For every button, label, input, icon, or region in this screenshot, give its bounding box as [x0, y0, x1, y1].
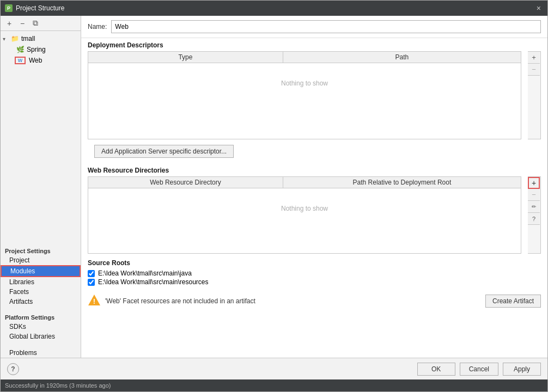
dd-side-buttons: + − — [528, 51, 541, 139]
spring-icon: 🌿 — [16, 45, 25, 54]
add-descriptor-button[interactable]: Add Application Server specific descript… — [94, 145, 234, 158]
wrd-table: Web Resource Directory Path Relative to … — [88, 177, 521, 229]
web-resource-directories-wrapper: Web Resource Directory Path Relative to … — [81, 176, 547, 254]
sidebar-item-sdks[interactable]: SDKs — [1, 322, 81, 332]
content-area: Name: Deployment Descriptors Type Path — [81, 16, 547, 358]
source-root-checkbox-1[interactable] — [88, 279, 95, 286]
sidebar-item-problems[interactable]: Problems — [1, 348, 81, 358]
name-input[interactable] — [111, 20, 541, 33]
warning-icon: ! — [88, 294, 101, 308]
tree-label-web: Web — [29, 57, 42, 64]
wrd-remove-button[interactable]: − — [528, 189, 540, 201]
sidebar-toolbar: + − ⧉ — [1, 16, 81, 31]
sidebar: + − ⧉ ▾ 📁 tmall 🌿 Spring W — [1, 16, 81, 358]
sidebar-item-facets[interactable]: Facets — [1, 287, 81, 297]
wrd-table-area: Web Resource Directory Path Relative to … — [81, 176, 528, 254]
source-root-item-1: E:\Idea Work\tmall\src\main\resources — [88, 278, 541, 286]
deployment-descriptors-table: Type Path Nothing to show — [88, 52, 521, 103]
ok-button[interactable]: OK — [417, 363, 455, 376]
source-root-path-0: E:\Idea Work\tmall\src\main\java — [98, 270, 192, 277]
dd-empty-text: Nothing to show — [88, 63, 521, 104]
source-roots-section: Source Roots E:\Idea Work\tmall\src\main… — [81, 254, 547, 289]
warning-row: ! 'Web' Facet resources are not included… — [81, 291, 547, 311]
source-root-item-0: E:\Idea Work\tmall\src\main\java — [88, 269, 541, 278]
name-row: Name: — [81, 16, 547, 38]
dd-remove-button[interactable]: − — [528, 64, 540, 76]
apply-button[interactable]: Apply — [503, 363, 541, 376]
remove-button[interactable]: − — [17, 18, 28, 29]
platform-settings-header: Platform Settings — [1, 311, 81, 322]
dialog-title: Project Structure — [16, 4, 534, 12]
web-resource-directories-label: Web Resource Directories — [81, 163, 547, 176]
wrd-empty-text: Nothing to show — [88, 188, 521, 229]
dd-col-type: Type — [88, 52, 283, 63]
add-button[interactable]: + — [4, 18, 15, 29]
sidebar-item-libraries[interactable]: Libraries — [1, 277, 81, 287]
add-descriptor-wrapper: Add Application Server specific descript… — [81, 139, 547, 163]
wrd-col2: Path Relative to Deployment Root — [283, 177, 521, 188]
cancel-button[interactable]: Cancel — [460, 363, 498, 376]
tree-item-spring[interactable]: 🌿 Spring — [1, 44, 81, 55]
web-icon: W — [16, 56, 25, 65]
sidebar-item-global-libraries[interactable]: Global Libraries — [1, 332, 81, 341]
wrd-edit-button[interactable]: ✏ — [528, 201, 540, 213]
dd-add-button[interactable]: + — [528, 52, 540, 64]
wrd-help-button[interactable]: ? — [528, 213, 540, 225]
status-text: Successfully in 1920ms (3 minutes ago) — [5, 382, 111, 389]
deployment-descriptors-table-area: Type Path Nothing to show — [81, 51, 528, 139]
main-content: + − ⧉ ▾ 📁 tmall 🌿 Spring W — [1, 16, 547, 358]
wrd-side-buttons: + − ✏ ? — [528, 176, 541, 254]
copy-button[interactable]: ⧉ — [30, 18, 41, 29]
project-structure-dialog: P Project Structure × + − ⧉ ▾ 📁 tmall 🌿 — [0, 0, 548, 392]
source-root-checkbox-0[interactable] — [88, 270, 95, 277]
tree-label-tmall: tmall — [21, 35, 35, 42]
sidebar-item-project[interactable]: Project — [1, 255, 81, 265]
footer: ? OK Cancel Apply — [1, 358, 547, 379]
wrd-container: Web Resource Directory Path Relative to … — [88, 176, 521, 254]
tree-label-spring: Spring — [27, 46, 46, 53]
footer-right: OK Cancel Apply — [417, 363, 541, 376]
deployment-descriptors-label: Deployment Descriptors — [81, 38, 547, 51]
tree-item-tmall[interactable]: ▾ 📁 tmall — [1, 33, 81, 44]
app-icon: P — [5, 4, 13, 12]
wrd-col1: Web Resource Directory — [88, 177, 283, 188]
title-bar: P Project Structure × — [1, 1, 547, 16]
wrd-add-button[interactable]: + — [528, 177, 540, 189]
status-bar: Successfully in 1920ms (3 minutes ago) — [1, 379, 547, 391]
tree-area: ▾ 📁 tmall 🌿 Spring W Web — [1, 31, 81, 244]
name-label: Name: — [88, 23, 107, 30]
tree-arrow: ▾ — [3, 36, 10, 42]
sidebar-item-artifacts[interactable]: Artifacts — [1, 297, 81, 307]
close-button[interactable]: × — [534, 4, 543, 13]
svg-text:!: ! — [93, 297, 95, 305]
source-root-path-1: E:\Idea Work\tmall\src\main\resources — [98, 278, 209, 286]
sidebar-item-modules[interactable]: Modules — [1, 265, 81, 277]
project-settings-header: Project Settings — [1, 244, 81, 255]
dd-col-path: Path — [283, 52, 521, 63]
deployment-descriptors-wrapper: Type Path Nothing to show — [81, 51, 547, 139]
tree-item-web[interactable]: W Web — [1, 55, 81, 66]
warning-text: 'Web' Facet resources are not included i… — [105, 297, 481, 305]
help-button[interactable]: ? — [7, 363, 19, 375]
folder-icon: 📁 — [10, 34, 19, 43]
deployment-descriptors-container: Type Path Nothing to show — [88, 51, 521, 139]
source-roots-label: Source Roots — [88, 256, 541, 269]
create-artifact-button[interactable]: Create Artifact — [485, 295, 541, 308]
footer-left: ? — [7, 363, 19, 375]
